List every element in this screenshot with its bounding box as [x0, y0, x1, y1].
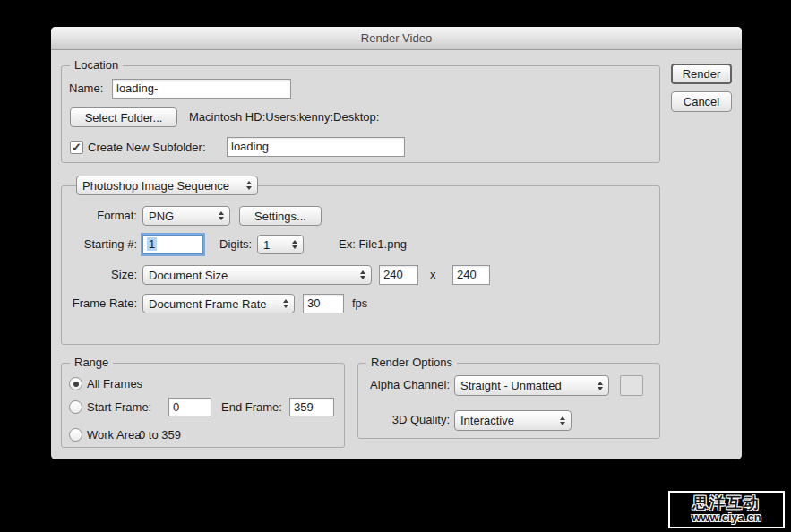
render-button[interactable]: Render: [671, 64, 732, 84]
height-value: 240: [457, 268, 477, 281]
start-frame-label: Start Frame:: [87, 398, 151, 417]
quality-popup[interactable]: Interactive: [454, 410, 572, 431]
dimensions-times-label: x: [430, 265, 436, 285]
matte-color-swatch: [620, 375, 643, 396]
radio-selected-dot: [73, 382, 79, 387]
create-subfolder-checkbox[interactable]: ✓: [70, 141, 83, 154]
settings-button[interactable]: Settings...: [239, 206, 322, 226]
format-label: Format:: [60, 206, 137, 226]
destination-path: Macintosh HD:Users:kenny:Desktop:: [189, 107, 379, 127]
starting-number-input[interactable]: 1: [142, 235, 203, 254]
subfolder-name-value: loading: [231, 140, 269, 153]
filename-example: Ex: File1.png: [339, 235, 407, 254]
start-frame-input[interactable]: 0: [168, 398, 211, 416]
height-input[interactable]: 240: [452, 265, 490, 285]
format-value: PNG: [149, 210, 213, 223]
watermark-line2: www.ciya.cn: [692, 511, 761, 524]
alpha-channel-label: Alpha Channel:: [360, 375, 450, 395]
size-popup[interactable]: Document Size: [142, 265, 372, 285]
subfolder-name-input[interactable]: loading: [227, 137, 405, 157]
cancel-button-label: Cancel: [684, 95, 719, 108]
popup-arrows-icon: [560, 416, 565, 425]
dialog-title: Render Video: [361, 31, 432, 45]
frame-rate-value: Document Frame Rate: [149, 297, 278, 311]
digits-value: 1: [263, 238, 287, 252]
popup-arrows-icon: [219, 211, 224, 220]
end-frame-input[interactable]: 359: [289, 398, 334, 416]
popup-arrows-icon: [598, 382, 603, 390]
digits-label: Digits:: [219, 235, 252, 254]
output-type-value: Photoshop Image Sequence: [82, 179, 241, 193]
fps-unit-label: fps: [352, 294, 367, 313]
render-options-group-label: Render Options: [366, 356, 457, 369]
popup-arrows-icon: [283, 299, 288, 308]
all-frames-radio[interactable]: [69, 377, 82, 390]
range-group-label: Range: [70, 356, 113, 369]
end-frame-label: End Frame:: [221, 398, 282, 417]
alpha-channel-popup[interactable]: Straight - Unmatted: [454, 375, 609, 396]
fps-value: 30: [307, 296, 320, 310]
render-button-label: Render: [683, 67, 721, 81]
work-area-label: Work Area:: [87, 425, 144, 445]
start-frame-value: 0: [173, 400, 179, 414]
fps-input[interactable]: 30: [303, 294, 344, 313]
checkmark-icon: ✓: [72, 142, 82, 153]
popup-arrows-icon: [292, 240, 297, 249]
dialog-titlebar[interactable]: Render Video: [51, 27, 742, 50]
output-type-popup[interactable]: Photoshop Image Sequence: [76, 176, 258, 195]
render-video-dialog: Render Video Render Cancel Location Name…: [51, 27, 742, 459]
name-label: Name:: [69, 79, 103, 99]
name-input[interactable]: loading-: [112, 79, 291, 99]
size-label: Size:: [60, 265, 137, 285]
starting-number-label: Starting #:: [60, 235, 137, 254]
work-area-value: 0 to 359: [139, 425, 181, 445]
select-folder-button[interactable]: Select Folder...: [70, 107, 177, 127]
format-popup[interactable]: PNG: [142, 206, 230, 226]
starting-number-value: 1: [147, 237, 157, 251]
width-value: 240: [383, 268, 403, 281]
popup-arrows-icon: [360, 270, 365, 279]
settings-button-label: Settings...: [254, 210, 306, 223]
work-area-radio[interactable]: [69, 428, 82, 442]
watermark: 思洋互动 www.ciya.cn: [668, 491, 785, 528]
all-frames-label: All Frames: [87, 374, 142, 394]
size-value: Document Size: [149, 269, 355, 282]
frame-rate-label: Frame Rate:: [60, 294, 137, 313]
digits-popup[interactable]: 1: [257, 235, 304, 254]
popup-arrows-icon: [246, 181, 252, 190]
frame-rate-popup[interactable]: Document Frame Rate: [142, 294, 295, 313]
name-input-value: loading-: [116, 82, 158, 95]
width-input[interactable]: 240: [379, 265, 418, 285]
watermark-line1: 思洋互动: [692, 495, 761, 512]
create-subfolder-label: Create New Subfolder:: [88, 138, 206, 158]
location-group-label: Location: [70, 58, 123, 72]
end-frame-value: 359: [294, 400, 314, 414]
start-frame-radio[interactable]: [69, 400, 82, 414]
alpha-channel-value: Straight - Unmatted: [460, 379, 592, 392]
select-folder-button-label: Select Folder...: [85, 111, 163, 124]
quality-value: Interactive: [460, 414, 555, 427]
quality-label: 3D Quality:: [360, 410, 450, 430]
cancel-button[interactable]: Cancel: [671, 91, 732, 112]
